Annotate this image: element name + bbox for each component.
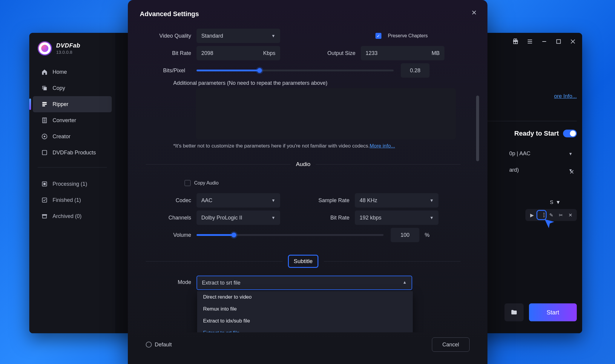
subtitle-mode-option[interactable]: Extract to srt file [197,327,413,332]
close-icon[interactable] [570,38,576,45]
remove-icon[interactable]: ✕ [566,211,574,219]
codec-note-link[interactable]: More info... [370,143,395,149]
subtitle-section-divider: Subtitle [146,255,461,268]
sample-rate-label: Sample Rate [307,197,355,204]
channels-label: Channels [146,215,197,221]
sidebar-item-label: Creator [53,133,70,140]
sidebar-status-nav: Processing (1) Finished (1) Archived (0) [29,176,115,224]
sidebar-item-ripper[interactable]: Ripper [33,96,112,112]
sidebar-item-products[interactable]: DVDFab Products [33,145,112,161]
channels-select[interactable]: Dolby ProLogic II ▼ [197,211,280,225]
converter-icon [41,117,48,124]
sidebar-item-label: Ripper [53,101,68,107]
chevron-down-icon: ▼ [271,33,275,38]
sidebar-item-label: Converter [53,117,76,124]
bits-pixel-input[interactable]: 0.28 [401,63,430,78]
sidebar-item-label: Archived (0) [53,213,82,219]
scrollbar-thumb[interactable] [476,96,479,161]
volume-label: Volume [146,232,197,238]
video-bitrate-input[interactable]: 2098 Kbps [197,46,280,60]
sidebar-item-label: Home [53,69,67,75]
default-label: Default [155,342,172,348]
sample-rate-select[interactable]: 48 KHz ▼ [355,193,438,208]
chevron-down-icon: ▼ [271,215,275,220]
maximize-icon[interactable] [555,38,562,45]
menu-icon[interactable] [527,38,533,45]
copy-audio-checkbox[interactable] [185,180,191,186]
bottom-actions: Start [504,303,577,321]
sidebar-item-label: Processing (1) [53,181,87,187]
chevron-down-icon: ▼ [430,215,434,220]
quality-select[interactable]: ard) ▼ [505,164,577,176]
video-quality-select[interactable]: Standard ▼ [197,29,280,43]
bits-pixel-label: Bits/Pixel [146,67,191,74]
audio-bitrate-value: 192 kbps [360,215,381,221]
app-version: 13.0.0.8 [56,50,80,55]
audio-codec-select[interactable]: AAC ▼ [197,193,280,208]
sidebar-item-copy[interactable]: Copy [33,80,112,96]
quality-select-text: ard) [509,167,519,173]
copy-audio-label: Copy Audio [194,180,219,186]
close-task-icon[interactable]: ✕ [569,168,574,176]
sidebar-item-finished[interactable]: Finished (1) [33,192,112,208]
bits-pixel-slider[interactable] [197,70,394,71]
volume-slider[interactable] [197,234,384,236]
subtitle-mode-select[interactable]: Extract to srt file ▼ Direct render to v… [197,276,412,290]
sample-rate-value: 48 KHz [360,197,377,204]
products-icon [41,149,48,156]
scissors-icon[interactable]: ✂ [556,211,565,219]
ready-label: Ready to Start [514,130,559,137]
sidebar-item-archived[interactable]: Archived (0) [33,208,112,224]
profile-select-text: 0p | AAC [509,150,530,157]
chip-select-text: S [550,199,553,205]
video-bitrate-label: Bit Rate [146,50,197,56]
slider-track [197,234,234,236]
volume-unit: % [425,232,430,238]
default-radio[interactable] [146,342,152,348]
chevron-down-icon: ▼ [430,198,434,203]
window-chrome [512,38,576,45]
ripper-icon [41,101,48,107]
play-icon[interactable]: ▶ [528,211,536,219]
minimize-icon[interactable] [541,38,547,45]
chip-select[interactable]: S ▼ [547,198,577,207]
codec-note-text: *It's better not to customize the parame… [173,143,370,149]
modal-body: Video Quality Standard ▼ ✓ Preserve Chap… [128,19,487,332]
audio-section-title: Audio [296,161,311,168]
subtitle-mode-option[interactable]: Remux into file [197,303,413,315]
sidebar-item-label: DVDFab Products [53,150,96,156]
sidebar-item-label: Finished (1) [53,197,81,203]
modal-close-icon[interactable]: ✕ [471,9,477,17]
preserve-chapters-checkbox[interactable]: ✓ [375,33,381,39]
cancel-button-label: Cancel [442,342,459,348]
start-button[interactable]: Start [529,303,577,321]
preserve-chapters-label: Preserve Chapters [388,33,428,39]
start-button-label: Start [547,309,559,316]
audio-bitrate-label: Bit Rate [307,215,355,221]
subtitle-mode-value: Extract to srt file [202,280,240,286]
sidebar-item-home[interactable]: Home [33,64,112,80]
subtitle-section-title: Subtitle [288,255,318,268]
svg-rect-2 [42,150,47,155]
gift-icon[interactable] [512,38,519,45]
slider-knob[interactable] [231,233,236,237]
additional-params-textarea[interactable] [196,88,456,139]
output-size-input[interactable]: 1233 MB [361,46,444,60]
volume-input[interactable]: 100 [391,228,419,242]
subtitle-mode-option[interactable]: Direct render to video [197,291,413,303]
sidebar-item-converter[interactable]: Converter [33,112,112,128]
slider-knob[interactable] [257,68,262,73]
sidebar-item-creator[interactable]: Creator [33,128,112,145]
audio-codec-value: AAC [201,197,212,204]
cancel-button[interactable]: Cancel [432,337,470,352]
profile-select[interactable]: 0p | AAC ▼ [505,148,577,160]
output-folder-button[interactable] [504,303,524,321]
svg-rect-4 [42,198,47,202]
subtitle-mode-option[interactable]: Extract to idx/sub file [197,315,413,327]
audio-bitrate-select[interactable]: 192 kbps ▼ [355,211,438,225]
svg-point-1 [44,136,45,137]
codec-note: *It's better not to customize the parame… [173,143,461,149]
output-size-label: Output Size [316,50,361,56]
ready-toggle[interactable] [563,130,577,137]
sidebar-item-processing[interactable]: Processing (1) [33,176,112,192]
